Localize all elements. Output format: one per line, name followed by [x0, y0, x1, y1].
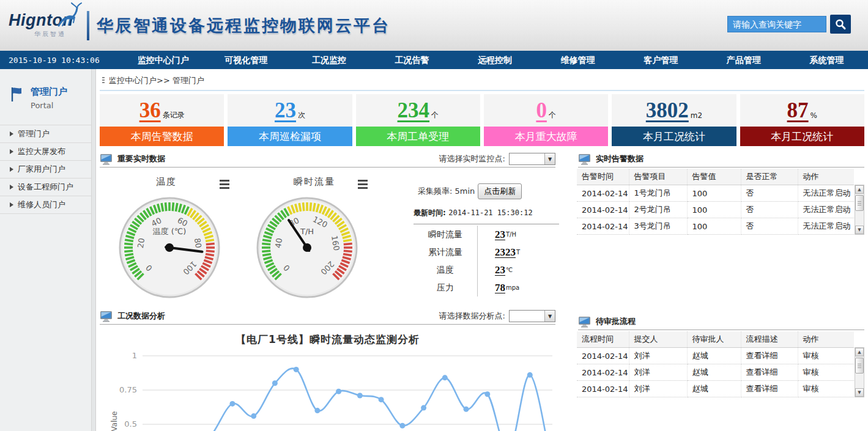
- stat-label: 本周工单受理: [356, 127, 480, 146]
- gauge-menu-icon[interactable]: [358, 180, 368, 191]
- approval-table: 流程时间提交人待审批人流程描述动作2014-02-14刘洋赵城查看详细审核201…: [577, 331, 864, 397]
- alarm-table: 告警时间告警项目告警值是否正常动作2014-02-141号龙门吊100否无法正常…: [577, 169, 864, 235]
- monitor-icon: [100, 153, 113, 165]
- readout-unit: ℃: [506, 267, 513, 273]
- scroll-up-icon[interactable]: ▲: [855, 348, 864, 356]
- nav-item-8[interactable]: 产品管理: [702, 51, 785, 69]
- stat-card-6: 87%本月工况统计: [740, 94, 864, 146]
- refresh-button[interactable]: 点击刷新: [478, 183, 522, 199]
- breadcrumb: 监控中心门户>> 管理门户: [100, 69, 864, 91]
- analysis-select-label: 请选择数据分析点:: [439, 311, 505, 322]
- sidebar-item-4[interactable]: 设备工程师门户: [0, 178, 91, 196]
- arrow-right-icon: [10, 185, 13, 190]
- stat-value[interactable]: 23: [275, 100, 296, 121]
- row-action[interactable]: 审核: [798, 364, 854, 381]
- logo: Hignton 华辰智通: [9, 12, 81, 39]
- nav-item-5[interactable]: 远程控制: [453, 51, 536, 69]
- sidebar-item-1[interactable]: 管理门户: [0, 125, 91, 142]
- breadcrumb-text: 监控中心门户>> 管理门户: [109, 75, 204, 86]
- readout-label: 温度: [414, 265, 477, 276]
- table-cell: 100: [687, 218, 741, 235]
- app-header: Hignton 华辰智通 华辰智通设备远程监控物联网云平台: [0, 0, 868, 51]
- column-header: 流程时间: [577, 331, 629, 348]
- table-cell: 2号龙门吊: [629, 202, 687, 218]
- row-action[interactable]: 查看详细: [741, 381, 798, 397]
- search-input[interactable]: [727, 16, 826, 32]
- svg-text:温度 (℃): 温度 (℃): [153, 227, 187, 236]
- stat-value[interactable]: 234: [398, 100, 430, 121]
- stat-value[interactable]: 36: [139, 100, 161, 121]
- monitor-select-label: 请选择实时监控点:: [439, 153, 505, 164]
- column-header: 动作: [798, 331, 854, 348]
- row-action[interactable]: 审核: [798, 348, 854, 364]
- readout-unit: T: [516, 249, 520, 256]
- stat-value[interactable]: 87: [787, 100, 809, 121]
- stat-label: 本月工况统计: [740, 127, 864, 146]
- nav-item-3[interactable]: 工况监控: [287, 51, 371, 69]
- nav-item-2[interactable]: 可视化管理: [205, 51, 288, 69]
- column-header: 告警值: [687, 169, 741, 185]
- row-action[interactable]: 查看详细: [741, 364, 798, 381]
- stat-card-2: 23次本周巡检漏项: [228, 94, 352, 146]
- stat-value[interactable]: 3802: [646, 100, 689, 121]
- alarm-panel-header: 实时告警数据: [578, 151, 864, 168]
- monitor-point-select[interactable]: ▼: [509, 153, 555, 165]
- stat-unit: 个: [431, 110, 439, 120]
- svg-text:T/H: T/H: [300, 227, 314, 236]
- column-header: 告警时间: [577, 169, 629, 185]
- table-scrollbar[interactable]: ▲▼: [855, 185, 864, 235]
- table-cell: 100: [687, 185, 741, 202]
- column-header: 告警项目: [629, 169, 687, 185]
- analysis-point-select[interactable]: ▼: [509, 310, 555, 322]
- stat-card-4: 0个本月重大故障: [484, 94, 608, 146]
- page-title: 华辰智通设备远程监控物联网云平台: [97, 15, 390, 37]
- readout-label: 压力: [414, 282, 477, 293]
- stat-label: 本月工况统计: [612, 127, 736, 146]
- nav-item-9[interactable]: 系统管理: [785, 51, 868, 69]
- search-bar: [727, 15, 851, 34]
- table-cell: 无法正常启动: [798, 202, 854, 218]
- alarm-panel-title: 实时告警数据: [596, 153, 644, 164]
- scrollbar-thumb[interactable]: [855, 358, 864, 374]
- row-action[interactable]: 审核: [798, 381, 854, 397]
- sidebar-divider: [92, 69, 96, 431]
- column-header: 提交人: [629, 331, 687, 348]
- nav-bar: 2015-10-19 10:43:06 监控中心门户可视化管理工况监控工况告警远…: [0, 51, 868, 69]
- scroll-down-icon[interactable]: ▼: [855, 226, 864, 234]
- table-scrollbar[interactable]: ▲▼: [855, 347, 864, 397]
- sidebar-item-5[interactable]: 维修人员门户: [0, 196, 91, 213]
- column-header: 待审批人: [687, 331, 741, 348]
- nav-item-6[interactable]: 维修管理: [536, 51, 620, 69]
- antelope-logo-icon: [56, 2, 84, 28]
- stat-value[interactable]: 0: [536, 100, 547, 121]
- search-button[interactable]: [830, 15, 851, 34]
- chart-title: 【电厂1号线】瞬时流量动态监测分析: [100, 333, 555, 347]
- search-icon: [834, 18, 847, 31]
- readout-row-3: 温度23℃: [414, 261, 559, 279]
- chevron-down-icon: ▼: [544, 153, 555, 164]
- sidebar-item-2[interactable]: 监控大屏发布: [0, 142, 91, 160]
- stat-label: 本周巡检漏项: [228, 127, 352, 146]
- chevron-down-icon: ▼: [544, 311, 555, 322]
- stat-unit: %: [811, 111, 817, 120]
- table-cell: 1号龙门吊: [629, 185, 687, 202]
- gauge-title-flow: 瞬时流量: [294, 176, 335, 188]
- realtime-panel-title: 重要实时数据: [117, 153, 165, 164]
- arrow-right-icon: [10, 167, 13, 172]
- stat-card-1: 36条记录本周告警数据: [100, 94, 224, 146]
- scrollbar-thumb[interactable]: [855, 195, 864, 211]
- scroll-down-icon[interactable]: ▼: [855, 388, 864, 397]
- readout-unit: T/H: [506, 231, 516, 238]
- scroll-up-icon[interactable]: ▲: [855, 185, 864, 194]
- gauge-menu-icon[interactable]: [220, 180, 229, 191]
- nav-item-1[interactable]: 监控中心门户: [122, 51, 205, 69]
- portal-subtitle: Portal: [31, 101, 67, 110]
- flow-line-chart: 10.750.50.25Value: [100, 347, 555, 431]
- table-cell: 刘洋: [629, 348, 687, 364]
- table-cell: 否: [741, 185, 798, 202]
- nav-item-4[interactable]: 工况告警: [371, 51, 454, 69]
- sidebar-item-3[interactable]: 厂家用户门户: [0, 160, 91, 178]
- row-action[interactable]: 查看详细: [741, 348, 798, 364]
- table-cell: 赵城: [687, 348, 741, 364]
- nav-item-7[interactable]: 客户管理: [619, 51, 702, 69]
